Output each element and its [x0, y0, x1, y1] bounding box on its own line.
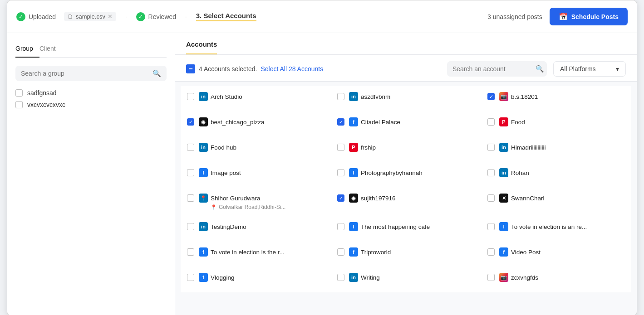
account-checkbox[interactable] [187, 274, 194, 281]
main-window: ✓ Uploaded 🗋 sample.csv ✕ · ✓ Reviewed ·… [7, 0, 637, 315]
account-info: f Citadel Palace [349, 117, 400, 126]
step-reviewed: ✓ Reviewed [136, 12, 176, 21]
account-checkbox[interactable] [187, 194, 194, 202]
account-info: f The most happening cafe [349, 222, 430, 231]
account-checkbox[interactable] [337, 144, 344, 151]
account-row: f To vote in election is the r... [181, 242, 331, 267]
platform-badge: ✕ [499, 194, 508, 203]
account-checkbox[interactable] [337, 274, 344, 281]
group-checkbox-vxcvxcvcxvxc[interactable] [15, 101, 23, 108]
account-info: 📷 zcxvhgfds [499, 273, 538, 282]
account-name-row: in aszdfvbnm [349, 92, 390, 101]
account-checkbox[interactable] [187, 169, 194, 176]
account-checkbox[interactable] [187, 223, 194, 230]
panel-header: Accounts [175, 33, 637, 55]
chevron-down-icon: ▾ [616, 65, 619, 73]
platform-badge: f [199, 168, 208, 177]
account-search-input[interactable] [452, 65, 532, 73]
account-checkbox[interactable]: ✓ [337, 194, 344, 202]
account-name: sujith197916 [361, 195, 396, 202]
select-all-link[interactable]: Select All 28 Accounts [261, 65, 323, 73]
account-checkbox[interactable] [187, 144, 194, 151]
group-search-input[interactable] [21, 70, 149, 77]
platform-badge: ◉ [199, 117, 208, 126]
account-checkbox[interactable] [487, 194, 495, 202]
account-checkbox[interactable] [337, 169, 344, 176]
account-checkbox[interactable] [337, 223, 344, 230]
accounts-tab[interactable]: Accounts [186, 40, 217, 54]
account-row: P frship [331, 137, 481, 162]
main-body: Group Client 🔍 sadfgnsad vxcvxcvcxvxc [7, 33, 637, 315]
account-name-row: f Citadel Palace [349, 117, 400, 126]
platform-badge: f [349, 247, 358, 257]
account-checkbox[interactable] [487, 169, 495, 176]
account-name-row: f Triptoworld [349, 247, 391, 257]
file-icon: 🗋 [68, 13, 74, 20]
account-checkbox[interactable] [337, 93, 344, 100]
step-uploaded: ✓ Uploaded [16, 12, 56, 21]
account-name: The most happening cafe [361, 223, 430, 230]
account-checkbox[interactable] [487, 248, 495, 256]
account-name-row: f Image post [199, 168, 241, 177]
account-info: ◉ best_chicago_pizza [199, 117, 265, 126]
uploaded-label: Uploaded [29, 13, 56, 20]
account-row: f Vlogging [181, 267, 331, 292]
tab-group[interactable]: Group [15, 41, 39, 58]
file-close-icon[interactable]: ✕ [108, 13, 113, 20]
group-name: sadfgnsad [27, 89, 57, 97]
group-search-box: 🔍 [15, 66, 167, 81]
account-info: 📷 b.s.18201 [499, 92, 538, 101]
account-row: ✓ 📷 b.s.18201 [481, 86, 631, 111]
panel-toolbar: − 4 Accounts selected. Select All 28 Acc… [175, 55, 637, 82]
calendar-icon: 📅 [559, 12, 568, 21]
account-info: in Writing [349, 273, 380, 282]
accounts-grid: in Arch Studio in aszdfvbnm ✓ 📷 b.s.1820… [181, 86, 631, 292]
account-checkbox[interactable]: ✓ [487, 93, 495, 100]
platform-badge: in [499, 143, 508, 152]
account-row: in Arch Studio [181, 86, 331, 111]
group-name: vxcvxcvcxvxc [27, 101, 65, 108]
account-info: f Image post [199, 168, 241, 177]
schedule-posts-label: Schedule Posts [571, 13, 619, 20]
account-info: f Video Post [499, 247, 541, 257]
step-separator-1: · [125, 13, 127, 20]
account-name-row: P Food [499, 117, 525, 126]
location-icon: 📍 [211, 204, 217, 210]
account-checkbox[interactable]: ✓ [187, 118, 194, 126]
account-checkbox[interactable]: ✓ [337, 118, 344, 126]
account-info: f To vote in election is an re... [499, 222, 587, 231]
platform-badge: f [199, 247, 208, 257]
account-name: Writing [361, 274, 380, 281]
platform-dropdown[interactable]: All Platforms ▾ [553, 61, 626, 77]
account-checkbox[interactable] [487, 274, 495, 281]
account-checkbox[interactable] [187, 248, 194, 256]
platform-badge: 📷 [499, 273, 508, 282]
tab-client[interactable]: Client [39, 41, 62, 58]
file-chip: 🗋 sample.csv ✕ [64, 12, 116, 21]
account-info: ✕ SwannCharl [499, 194, 545, 203]
select-accounts-label: 3. Select Accounts [196, 12, 256, 21]
accounts-scroll: in Arch Studio in aszdfvbnm ✓ 📷 b.s.1820… [175, 82, 637, 315]
account-name: Arch Studio [211, 93, 242, 100]
sidebar-tabs: Group Client [15, 41, 167, 58]
account-checkbox[interactable] [487, 118, 495, 126]
step-select-accounts: 3. Select Accounts [196, 12, 256, 21]
account-checkbox[interactable] [487, 144, 495, 151]
account-row: f The most happening cafe [331, 216, 481, 242]
schedule-posts-button[interactable]: 📅 Schedule Posts [550, 8, 628, 25]
account-row: 📷 zcxvhgfds [481, 267, 631, 292]
account-checkbox[interactable] [487, 223, 495, 230]
account-name-row: f Vlogging [199, 273, 235, 282]
account-row: f Image post [181, 162, 331, 188]
account-name-row: 📷 zcxvhgfds [499, 273, 538, 282]
account-name: To vote in election is an re... [511, 223, 587, 230]
account-checkbox[interactable] [187, 93, 194, 100]
group-checkbox-sadfgnsad[interactable] [15, 89, 23, 97]
sidebar: Group Client 🔍 sadfgnsad vxcvxcvcxvxc [7, 33, 175, 315]
account-checkbox[interactable] [337, 248, 344, 256]
account-info: P frship [349, 143, 376, 152]
account-row: P Food [481, 111, 631, 137]
deselect-all-button[interactable]: − [186, 64, 195, 73]
account-name: aszdfvbnm [361, 93, 390, 100]
account-name-row: ◉ sujith197916 [349, 194, 396, 203]
